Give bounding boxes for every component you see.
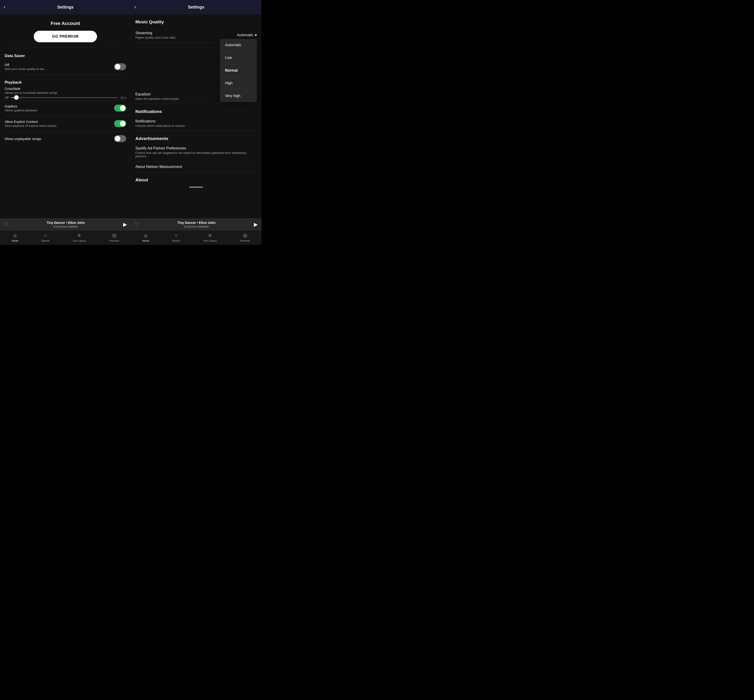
streaming-label: Streaming [135, 31, 176, 35]
left-home-label: Home [11, 239, 18, 242]
left-mini-device: ⊟ Devices Available [11, 225, 121, 228]
scroll-indicator [189, 187, 203, 188]
left-library-icon: ≡ [78, 233, 81, 238]
streaming-row-flex: Streaming Higher quality uses more data.… [135, 31, 257, 39]
go-premium-button[interactable]: GO PREMIUM [34, 31, 97, 42]
right-home-label: Home [142, 239, 149, 242]
right-search-label: Search [172, 239, 180, 242]
unplayable-toggle[interactable] [114, 135, 126, 142]
right-library-icon: ≡ [209, 233, 212, 238]
left-nav-search[interactable]: ○ Search [41, 233, 50, 242]
right-panel: ‹ Settings Music Quality Streaming Highe… [131, 0, 262, 245]
free-account-section: Free Account GO PREMIUM [5, 14, 126, 47]
right-content: Music Quality Streaming Higher quality u… [131, 14, 262, 218]
crossfade-desc: Allows you to crossfade between songs [5, 91, 126, 94]
right-nav-bar: ⌂ Home ○ Search ≡ Your Library ◎ Premium [131, 231, 262, 245]
dropdown-item-high[interactable]: High [220, 77, 257, 90]
left-heart-icon[interactable]: ♡ [4, 222, 8, 228]
left-premium-icon: ◎ [112, 233, 116, 238]
left-panel: ‹ Settings Free Account GO PREMIUM Data … [0, 0, 131, 245]
left-search-icon: ○ [44, 233, 47, 238]
left-home-icon: ⌂ [13, 233, 16, 238]
left-back-button[interactable]: ‹ [4, 5, 5, 10]
ad-partner-label: Spotify Ad Partner Preferences [135, 146, 257, 150]
explicit-toggle-knob [120, 121, 125, 127]
ad-partner-desc: Control how ads are targeted to me based… [135, 151, 257, 158]
unplayable-label: Show unplayable songs [5, 137, 114, 141]
explicit-toggle[interactable] [114, 120, 126, 127]
data-saver-desc: Sets your music quality to low. [5, 67, 114, 71]
left-premium-label: Premium [109, 239, 119, 242]
divider-2 [5, 74, 126, 75]
data-saver-toggle[interactable] [114, 63, 126, 70]
crossfade-slider-track[interactable] [11, 97, 118, 98]
left-search-label: Search [41, 239, 50, 242]
explicit-desc: Allow playback of explicit-rated content [5, 124, 114, 128]
explicit-row: Allow Explicit Content Allow playback of… [5, 117, 126, 130]
left-nav-home[interactable]: ⌂ Home [11, 233, 18, 242]
dropdown-item-normal[interactable]: Normal [220, 64, 257, 77]
streaming-value-btn[interactable]: Automatic ▾ [237, 33, 257, 38]
right-mini-device: ⊟ Devices Available [141, 225, 251, 228]
nielsen-label: About Nielsen Measurement [135, 165, 257, 169]
left-library-label: Your Library [73, 239, 86, 242]
left-mini-track: Tiny Dancer • Elton John [11, 221, 121, 225]
crossfade-label: Crossfade [5, 87, 126, 91]
left-nav-premium[interactable]: ◎ Premium [109, 233, 119, 242]
free-account-title: Free Account [51, 21, 80, 26]
crossfade-slider-thumb [14, 95, 19, 100]
streaming-row: Streaming Higher quality uses more data.… [135, 28, 257, 43]
left-content: Free Account GO PREMIUM Data Saver Off S… [0, 14, 131, 218]
left-mini-player[interactable]: ♡ Tiny Dancer • Elton John ⊟ Devices Ava… [0, 219, 131, 231]
right-nav-home[interactable]: ⌂ Home [142, 233, 149, 242]
left-play-icon[interactable]: ▶ [123, 222, 127, 228]
left-nav-bar: ⌂ Home ○ Search ≡ Your Library ◎ Premium [0, 231, 131, 245]
crossfade-time-label: 12 s [120, 96, 126, 99]
right-home-icon: ⌂ [144, 233, 147, 238]
streaming-value: Automatic [237, 33, 253, 37]
right-nav-library[interactable]: ≡ Your Library [203, 233, 217, 242]
gapless-label: Gapless [5, 104, 114, 108]
music-quality-header: Music Quality [135, 14, 257, 28]
gapless-desc: Allows gapless playback [5, 109, 114, 112]
chevron-down-icon: ▾ [255, 33, 257, 38]
data-saver-toggle-knob [115, 64, 120, 70]
right-nav-search[interactable]: ○ Search [172, 233, 180, 242]
data-saver-label: Off [5, 63, 114, 67]
data-saver-row: Off Sets your music quality to low. [5, 60, 126, 73]
divider-1 [5, 48, 126, 48]
unplayable-row: Show unplayable songs [5, 132, 126, 145]
gapless-row: Gapless Allows gapless playback [5, 102, 126, 115]
crossfade-slider-wrapper: Off 12 s [5, 96, 126, 99]
right-device-icon: ⊟ [184, 225, 187, 228]
ad-partner-row[interactable]: Spotify Ad Partner Preferences Control h… [135, 143, 257, 161]
right-search-icon: ○ [175, 233, 178, 238]
right-back-button[interactable]: ‹ [134, 5, 136, 10]
dropdown-item-very-high[interactable]: Very high [220, 90, 257, 102]
dropdown-item-automatic[interactable]: Automatic [220, 39, 257, 52]
notifications-desc: Choose which notifications to receive. [135, 124, 257, 128]
left-device-icon: ⊟ [53, 225, 56, 228]
right-mini-info: Tiny Dancer • Elton John ⊟ Devices Avail… [141, 221, 251, 228]
right-heart-icon[interactable]: ♡ [134, 222, 139, 228]
right-nav-premium[interactable]: ◎ Premium [240, 233, 250, 242]
left-bottom-bar: ♡ Tiny Dancer • Elton John ⊟ Devices Ava… [0, 218, 131, 245]
right-play-icon[interactable]: ▶ [254, 222, 258, 228]
right-premium-icon: ◎ [243, 233, 247, 238]
dropdown-item-low[interactable]: Low [220, 52, 257, 64]
left-header: ‹ Settings [0, 0, 131, 14]
playback-section-header: Playback [5, 75, 126, 87]
right-header: ‹ Settings [131, 0, 262, 14]
divider-5 [5, 131, 126, 131]
unplayable-toggle-knob [115, 136, 120, 141]
right-bottom-bar: ♡ Tiny Dancer • Elton John ⊟ Devices Ava… [131, 218, 262, 245]
data-saver-section-header: Data Saver [5, 49, 126, 60]
notifications-row[interactable]: Notifications Choose which notifications… [135, 116, 257, 131]
right-mini-player[interactable]: ♡ Tiny Dancer • Elton John ⊟ Devices Ava… [131, 219, 262, 231]
nielsen-row[interactable]: About Nielsen Measurement [135, 161, 257, 172]
right-library-label: Your Library [203, 239, 217, 242]
advertisements-header: Advertisements [135, 131, 257, 143]
left-mini-info: Tiny Dancer • Elton John ⊟ Devices Avail… [11, 221, 121, 228]
left-nav-library[interactable]: ≡ Your Library [73, 233, 86, 242]
gapless-toggle[interactable] [114, 105, 126, 112]
